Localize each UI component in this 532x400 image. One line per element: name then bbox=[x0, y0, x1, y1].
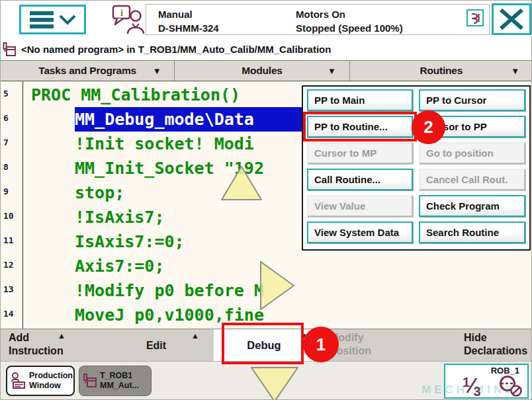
hide-declarations-label: Declarations bbox=[464, 344, 527, 358]
code-text: MoveJ p0,v1000,fine bbox=[75, 305, 264, 325]
program-icon bbox=[83, 372, 97, 389]
program-editor-task-button[interactable]: T_ROB1 MM_Aut... bbox=[79, 366, 152, 396]
controller-status-panel[interactable]: Manual D-SHMM-324 Motors On Stopped (Spe… bbox=[146, 4, 490, 35]
task-button-label: MM_Aut... bbox=[100, 381, 139, 391]
mechanical-unit-name: ROB_1 bbox=[491, 366, 519, 376]
tab-label: Modules bbox=[242, 65, 282, 77]
add-instruction-button[interactable]: Add Instruction bbox=[9, 331, 64, 358]
annotation-step-2: 2 bbox=[412, 110, 445, 144]
watermark: MECH MIND bbox=[421, 383, 516, 397]
code-text: IsAxis7:=0; bbox=[75, 232, 185, 251]
scroll-right-icon[interactable] bbox=[260, 261, 294, 310]
operator-window-icon[interactable] bbox=[466, 9, 484, 26]
svg-text:i: i bbox=[120, 7, 123, 18]
line-number-gutter: 5 6 7 8 9 10 11 12 13 14 bbox=[1, 81, 23, 329]
flexpendant-screen: i Manual D-SHMM-324 Motors On Stopped (S… bbox=[0, 0, 532, 400]
hamburger-icon bbox=[30, 11, 54, 28]
close-icon bbox=[499, 8, 524, 30]
production-window-task-button[interactable]: Production Window bbox=[6, 366, 75, 396]
hide-declarations-button[interactable]: Hide Declarations bbox=[464, 331, 527, 358]
code-text: stop; bbox=[75, 183, 124, 202]
code-text: Axis7:=0; bbox=[75, 257, 164, 276]
menu-item-view-system-data[interactable]: View System Data bbox=[307, 221, 413, 243]
main-menu-button[interactable] bbox=[19, 5, 86, 34]
annotation-box-1 bbox=[222, 323, 304, 364]
annotation-step-1: 1 bbox=[303, 327, 339, 362]
add-instruction-label: Instruction bbox=[9, 344, 64, 358]
collapse-arrow-icon[interactable]: ▲ bbox=[191, 331, 199, 340]
tab-routines[interactable]: Routines ▼ bbox=[350, 61, 532, 81]
debug-menu-popup: PP to Main PP to Cursor PP to Routine...… bbox=[302, 85, 531, 251]
chevron-down-icon: ▼ bbox=[153, 66, 161, 76]
production-window-icon bbox=[11, 372, 26, 390]
editor-tab-bar: Tasks and Programs ▼ Modules ▼ Routines … bbox=[1, 60, 532, 81]
quickset-operator-icon[interactable]: i bbox=[111, 5, 146, 35]
controller-id: D-SHMM-324 bbox=[158, 21, 219, 35]
line-number: 13 bbox=[1, 278, 22, 303]
line-number: 9 bbox=[1, 180, 22, 205]
menu-item-call-routine[interactable]: Call Routine... bbox=[307, 169, 413, 190]
chevron-down-icon bbox=[59, 15, 76, 25]
tab-modules[interactable]: Modules ▼ bbox=[175, 61, 349, 81]
line-number: 12 bbox=[1, 254, 22, 278]
line-number: 14 bbox=[1, 303, 22, 327]
tab-label: Routines bbox=[420, 65, 463, 77]
line-number: 6 bbox=[1, 107, 22, 132]
menu-item-check-program[interactable]: Check Program bbox=[419, 195, 525, 217]
annotation-box-2 bbox=[303, 112, 417, 141]
line-number: 10 bbox=[1, 205, 22, 229]
task-button-label: Production bbox=[29, 371, 73, 381]
scroll-up-icon[interactable] bbox=[221, 166, 262, 200]
line-number: 11 bbox=[1, 229, 22, 254]
execution-state: Stopped (Speed 100%) bbox=[296, 21, 403, 35]
chevron-down-icon: ▼ bbox=[511, 66, 519, 76]
scroll-down-icon[interactable] bbox=[251, 367, 298, 400]
motor-state: Motors On bbox=[296, 7, 403, 21]
line-number: 7 bbox=[1, 132, 22, 156]
code-text: MM_Debug_mode\Data bbox=[75, 107, 314, 132]
tab-tasks-and-programs[interactable]: Tasks and Programs ▼ bbox=[1, 61, 175, 81]
operating-mode: Manual bbox=[158, 7, 219, 21]
program-path: <No named program> in T_ROB1/MM_Auto_Cal… bbox=[21, 44, 331, 55]
line-number: 8 bbox=[1, 156, 22, 180]
chevron-down-icon: ▼ bbox=[328, 66, 336, 76]
add-instruction-label: Add bbox=[9, 331, 64, 344]
program-icon bbox=[3, 42, 17, 58]
menu-item-go-to-position: Go to position bbox=[419, 142, 525, 164]
menu-item-search-routine[interactable]: Search Routine bbox=[419, 221, 525, 243]
tab-label: Tasks and Programs bbox=[38, 65, 136, 77]
edit-button[interactable]: Edit bbox=[136, 329, 176, 362]
code-text: !Init socket! Modi bbox=[75, 134, 254, 153]
menu-item-cancel-call-routine: Cancel Call Rout. bbox=[419, 169, 525, 190]
line-number: 5 bbox=[1, 83, 22, 107]
menu-item-pp-to-cursor[interactable]: PP to Cursor bbox=[419, 89, 525, 111]
top-bar: i Manual D-SHMM-324 Motors On Stopped (S… bbox=[1, 1, 532, 39]
task-button-label: T_ROB1 bbox=[100, 371, 139, 381]
hide-declarations-label: Hide bbox=[464, 331, 527, 344]
code-text: PROC MM_Calibration() bbox=[31, 85, 240, 104]
menu-item-view-value: View Value bbox=[307, 195, 413, 217]
code-text: !IsAxis7; bbox=[75, 208, 164, 227]
program-path-bar: <No named program> in T_ROB1/MM_Auto_Cal… bbox=[1, 38, 532, 60]
menu-item-cursor-to-mp: Cursor to MP bbox=[307, 142, 413, 164]
close-button[interactable] bbox=[492, 3, 531, 35]
task-button-label: Window bbox=[29, 381, 73, 391]
collapse-arrow-icon[interactable]: ▲ bbox=[58, 331, 66, 340]
code-text: !Modify p0 before M bbox=[75, 281, 264, 300]
menu-item-pp-to-main[interactable]: PP to Main bbox=[307, 89, 413, 111]
